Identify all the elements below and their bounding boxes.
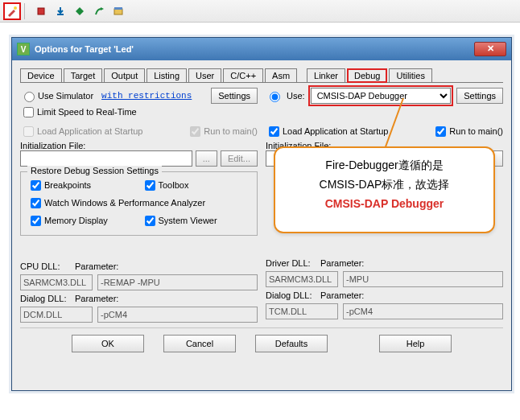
debugger-select[interactable]: CMSIS-DAP Debugger <box>311 88 452 104</box>
toolbox-checkbox[interactable] <box>145 180 155 191</box>
use-simulator-label: Use Simulator <box>38 91 93 101</box>
callout-line2: CMSIS-DAP标准，故选择 <box>285 175 484 195</box>
svg-marker-3 <box>76 7 84 15</box>
sysview-checkbox[interactable] <box>145 216 155 226</box>
drv-dll-input <box>266 271 338 287</box>
dlg-param-label: Parameter: <box>75 294 123 303</box>
left-init-file-input <box>20 150 192 167</box>
left-run-main-checkbox <box>190 126 200 137</box>
build-icon[interactable] <box>32 2 50 20</box>
dlg-dll-label: Dialog DLL: <box>20 294 70 303</box>
right-load-app-label: Load Application at Startup <box>283 126 388 136</box>
toolbox-label: Toolbox <box>159 180 189 190</box>
tab-cpp[interactable]: C/C++ <box>223 68 263 82</box>
callout-line3: CMSIS-DAP Debugger <box>285 195 484 214</box>
with-restrictions-link[interactable]: with restrictions <box>101 91 192 101</box>
cpu-param-label: Parameter: <box>75 261 123 271</box>
download-icon[interactable] <box>52 2 69 20</box>
limit-speed-checkbox[interactable] <box>23 107 34 117</box>
cancel-button[interactable]: Cancel <box>163 335 236 352</box>
tab-debug[interactable]: Debug <box>347 68 387 83</box>
svg-rect-5 <box>114 9 122 14</box>
watch-label: Watch Windows & Performance Analyzer <box>44 198 205 208</box>
restore-groupbox: Restore Debug Session Settings Breakpoin… <box>20 171 258 236</box>
dbg-settings-button[interactable]: Settings <box>456 88 503 104</box>
memdisp-label: Memory Display <box>44 216 108 225</box>
svg-rect-1 <box>38 8 44 14</box>
dialog-button-row: OK Cancel Defaults Help <box>20 327 503 357</box>
right-run-main-checkbox[interactable] <box>435 126 446 137</box>
callout-line1: Fire-Debugger遵循的是 <box>285 156 484 175</box>
limit-speed-label: Limit Speed to Real-Time <box>37 107 137 117</box>
tab-target[interactable]: Target <box>64 68 103 82</box>
cpu-dll-input <box>20 274 93 290</box>
tab-output[interactable]: Output <box>104 68 145 82</box>
rdlg-dll-input <box>266 303 338 319</box>
options-icon[interactable] <box>109 2 127 20</box>
tab-utilities[interactable]: Utilities <box>389 68 431 82</box>
sysview-label: System Viewer <box>159 216 217 225</box>
memdisp-checkbox[interactable] <box>31 216 41 226</box>
use-simulator-radio[interactable] <box>24 92 35 102</box>
run-icon[interactable] <box>90 2 108 20</box>
titlebar: V Options for Target 'Led' ✕ <box>12 38 511 60</box>
cpu-param-input <box>97 274 258 290</box>
left-load-app-label: Load Application at Startup <box>37 126 142 136</box>
main-toolbar <box>0 0 520 23</box>
left-init-file-label: Initialization File: <box>20 141 258 150</box>
tabstrip: Device Target Output Listing User C/C++ … <box>20 65 503 83</box>
right-load-app-checkbox[interactable] <box>269 126 279 137</box>
tab-linker[interactable]: Linker <box>307 68 345 82</box>
right-run-main-label: Run to main() <box>449 126 503 136</box>
tab-listing[interactable]: Listing <box>147 68 187 82</box>
help-button[interactable]: Help <box>379 335 452 352</box>
left-browse-button: ... <box>196 150 217 167</box>
svg-point-0 <box>14 6 17 10</box>
dlg-param-input <box>97 307 258 323</box>
window-title: Options for Target 'Led' <box>35 44 134 54</box>
svg-rect-2 <box>57 14 64 15</box>
tab-device[interactable]: Device <box>20 68 62 82</box>
watch-checkbox[interactable] <box>31 198 41 208</box>
annotation-callout: Fire-Debugger遵循的是 CMSIS-DAP标准，故选择 CMSIS-… <box>274 146 495 233</box>
close-button[interactable]: ✕ <box>474 42 506 56</box>
app-icon: V <box>17 43 30 56</box>
drv-param-input <box>343 271 503 287</box>
drv-dll-label: Driver DLL: <box>266 258 316 268</box>
dlg-dll-input <box>20 307 93 323</box>
rdlg-param-label: Parameter: <box>320 290 369 300</box>
rdlg-param-input <box>343 303 503 319</box>
rdlg-dll-label: Dialog DLL: <box>266 290 316 300</box>
cpu-dll-label: CPU DLL: <box>20 261 70 271</box>
restore-legend: Restore Debug Session Settings <box>27 166 162 175</box>
svg-rect-6 <box>114 7 122 10</box>
left-load-app-checkbox <box>23 126 34 137</box>
rebuild-icon[interactable] <box>71 2 89 20</box>
breakpoints-label: Breakpoints <box>44 180 91 190</box>
left-run-main-label: Run to main() <box>204 126 258 136</box>
ok-button[interactable]: OK <box>72 335 144 352</box>
drv-param-label: Parameter: <box>320 258 369 268</box>
left-edit-button: Edit... <box>221 150 258 167</box>
svg-marker-4 <box>101 7 104 10</box>
tab-user[interactable]: User <box>188 68 221 82</box>
sim-settings-button[interactable]: Settings <box>211 88 258 104</box>
left-panel: Use Simulator with restrictions Settings… <box>20 88 258 323</box>
defaults-button[interactable]: Defaults <box>255 335 328 352</box>
use-label: Use: <box>287 91 305 101</box>
use-debugger-radio[interactable] <box>270 92 280 102</box>
tab-asm[interactable]: Asm <box>265 68 297 82</box>
toolbar-separator <box>24 3 29 19</box>
breakpoints-checkbox[interactable] <box>31 180 41 191</box>
wand-icon[interactable] <box>3 2 21 20</box>
